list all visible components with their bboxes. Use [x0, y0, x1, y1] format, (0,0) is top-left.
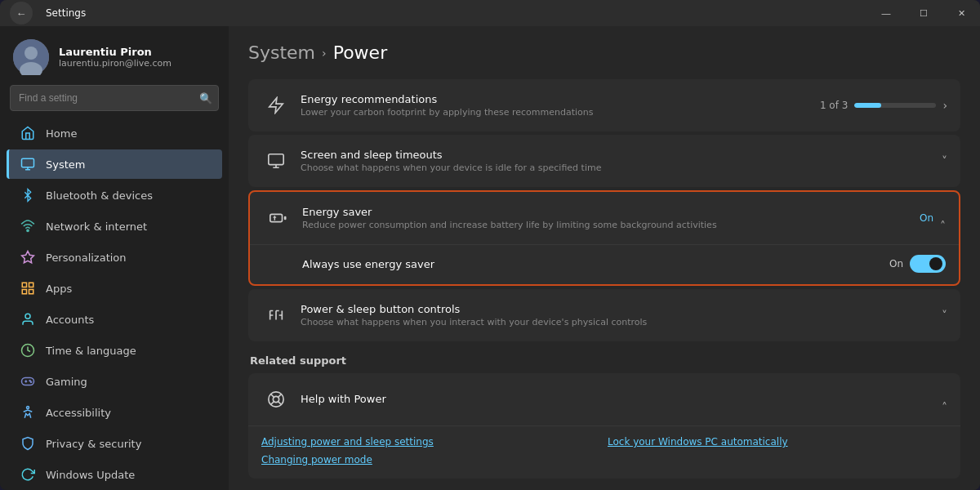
progress-fill [854, 103, 881, 108]
always-use-label: Always use energy saver [302, 258, 434, 270]
screen-sleep-icon [261, 146, 291, 176]
energy-saver-title: Energy saver [302, 206, 920, 218]
privacy-icon [20, 435, 36, 452]
bluetooth-icon [20, 187, 36, 203]
svg-rect-3 [22, 158, 34, 167]
content-area: Laurentiu Piron laurentiu.piron@live.com… [0, 26, 980, 490]
power-sleep-right: ˅ [942, 309, 947, 322]
power-sleep-title: Power & sleep button controls [301, 303, 942, 315]
svg-rect-8 [29, 283, 33, 287]
accessibility-icon [20, 404, 36, 421]
back-button[interactable]: ← [10, 2, 33, 24]
time-icon [20, 342, 36, 359]
always-use-toggle[interactable] [910, 255, 946, 273]
help-icon [261, 385, 291, 414]
energy-recommendations-desc: Lower your carbon footprint by applying … [301, 107, 820, 118]
power-sleep-desc: Choose what happens when you interact wi… [301, 317, 942, 327]
energy-saver-desc: Reduce power consumption and increase ba… [302, 220, 920, 230]
user-info: Laurentiu Piron laurentiu.piron@live.com [59, 46, 172, 69]
user-section[interactable]: Laurentiu Piron laurentiu.piron@live.com [0, 26, 229, 85]
energy-recommendations-right: 1 of 3 › [820, 99, 947, 112]
avatar [13, 39, 49, 75]
energy-recommendations-card: Energy recommendations Lower your carbon… [248, 79, 960, 131]
sidebar-item-bluetooth-label: Bluetooth & devices [46, 189, 153, 202]
screen-sleep-desc: Choose what happens when your device is … [301, 163, 942, 173]
help-link-changing[interactable]: Changing power mode [261, 454, 601, 466]
breadcrumb: System › Power [248, 42, 960, 63]
titlebar-controls: — ☐ ✕ [867, 0, 980, 26]
energy-saver-header[interactable]: Energy saver Reduce power consumption an… [250, 192, 959, 245]
svg-rect-9 [29, 290, 33, 294]
svg-point-17 [31, 381, 32, 382]
sidebar-item-network[interactable]: Network & internet [7, 212, 222, 241]
svg-point-16 [29, 381, 30, 381]
sidebar-item-time[interactable]: Time & language [7, 336, 222, 365]
energy-saver-chevron-up: ˅ [940, 212, 946, 225]
sidebar-item-system-label: System [46, 158, 85, 171]
screen-sleep-card: Screen and sleep timeouts Choose what ha… [248, 135, 960, 187]
close-button[interactable]: ✕ [942, 0, 980, 26]
svg-rect-19 [269, 154, 283, 165]
sidebar-item-accounts[interactable]: Accounts [7, 305, 222, 334]
help-link-adjusting[interactable]: Adjusting power and sleep settings [261, 436, 601, 448]
energy-saver-icon [263, 203, 292, 233]
settings-window: ← Settings — ☐ ✕ Laurentiu Piron [0, 0, 980, 490]
search-input[interactable] [10, 85, 219, 111]
screen-sleep-info: Screen and sleep timeouts Choose what ha… [301, 149, 942, 173]
energy-saver-card: Energy saver Reduce power consumption an… [248, 190, 960, 286]
search-icon: 🔍 [199, 92, 212, 105]
svg-point-18 [27, 407, 29, 409]
energy-saver-expanded: Always use energy saver On [250, 245, 959, 284]
minimize-button[interactable]: — [867, 0, 905, 26]
screen-sleep-chevron: ˅ [942, 154, 947, 167]
home-icon [20, 125, 36, 141]
power-sleep-chevron: ˅ [942, 309, 947, 322]
energy-recommendations-icon [261, 91, 291, 120]
related-support-title: Related support [248, 354, 960, 367]
svg-line-35 [271, 394, 274, 398]
energy-recommendations-chevron-right: › [942, 99, 947, 112]
sidebar-item-gaming[interactable]: Gaming [7, 367, 222, 396]
svg-line-36 [278, 402, 282, 405]
maximize-button[interactable]: ☐ [905, 0, 942, 26]
sidebar-item-privacy[interactable]: Privacy & security [7, 429, 222, 458]
toggle-thumb [929, 257, 942, 270]
energy-saver-info: Energy saver Reduce power consumption an… [302, 206, 920, 230]
apps-icon [20, 280, 36, 296]
sidebar-item-apps-label: Apps [46, 283, 72, 295]
sidebar-item-personalization-label: Personalization [46, 252, 127, 264]
sidebar-item-network-label: Network & internet [46, 220, 147, 233]
sidebar-item-gaming-label: Gaming [46, 376, 87, 388]
sidebar-item-accessibility[interactable]: Accessibility [7, 398, 222, 427]
sidebar: Laurentiu Piron laurentiu.piron@live.com… [0, 26, 229, 490]
svg-rect-7 [22, 283, 26, 287]
help-links: Adjusting power and sleep settings Lock … [248, 426, 960, 479]
help-title: Help with Power [301, 393, 942, 405]
breadcrumb-current: Power [333, 42, 388, 63]
help-link-lock[interactable]: Lock your Windows PC automatically [608, 436, 947, 448]
energy-recommendations-row[interactable]: Energy recommendations Lower your carbon… [248, 79, 960, 131]
main-content: System › Power Energy recommendations Lo… [229, 26, 980, 490]
screen-sleep-title: Screen and sleep timeouts [301, 149, 942, 161]
sidebar-item-home[interactable]: Home [7, 118, 222, 148]
svg-line-38 [271, 402, 274, 405]
power-sleep-row[interactable]: Power & sleep button controls Choose wha… [248, 289, 960, 341]
titlebar-title: Settings [46, 7, 86, 19]
sidebar-item-apps[interactable]: Apps [7, 274, 222, 303]
sidebar-item-bluetooth[interactable]: Bluetooth & devices [7, 180, 222, 210]
energy-saver-right: On ˅ [920, 212, 946, 225]
svg-point-34 [273, 396, 278, 402]
power-sleep-card: Power & sleep button controls Choose wha… [248, 289, 960, 341]
sidebar-item-system[interactable]: System [7, 149, 222, 179]
svg-point-11 [25, 314, 30, 318]
help-card: Help with Power ˅ Adjusting power and sl… [248, 373, 960, 479]
sidebar-item-windows-update[interactable]: Windows Update [7, 460, 222, 489]
energy-recommendations-title: Energy recommendations [301, 93, 820, 105]
svg-point-6 [27, 229, 29, 231]
personalization-icon [20, 249, 36, 265]
sidebar-item-personalization[interactable]: Personalization [7, 243, 222, 272]
help-header[interactable]: Help with Power ˅ [248, 373, 960, 426]
titlebar: ← Settings — ☐ ✕ [0, 0, 980, 26]
sidebar-item-accounts-label: Accounts [46, 314, 94, 326]
screen-sleep-row[interactable]: Screen and sleep timeouts Choose what ha… [248, 135, 960, 187]
